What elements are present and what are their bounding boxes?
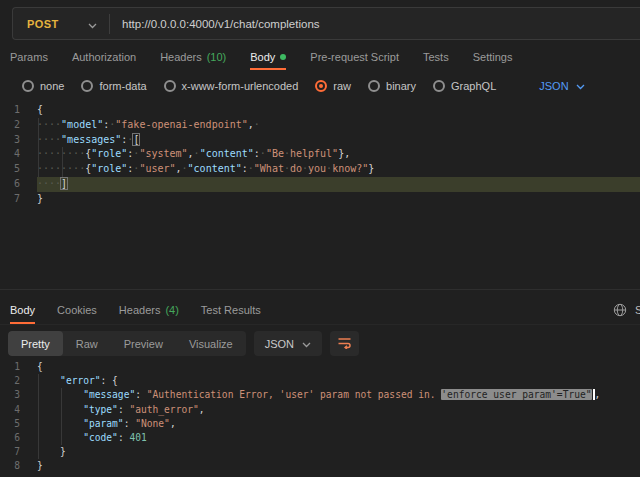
view-raw-button[interactable]: Raw — [63, 331, 111, 356]
radio-selected-icon — [315, 80, 327, 92]
code-line: 3····"messages":·[ — [0, 133, 640, 148]
tab-response-body[interactable]: Body — [10, 296, 35, 324]
response-toolbar: Pretty Raw Preview Visualize JSON — [0, 330, 640, 357]
code-line: 5········{"role":·"user",·"content":·"Wh… — [0, 162, 640, 177]
tab-pre-request-script[interactable]: Pre-request Script — [310, 44, 399, 70]
code-line: 1{ — [0, 103, 640, 118]
tab-headers[interactable]: Headers (10) — [160, 44, 226, 70]
tab-params[interactable]: Params — [10, 44, 48, 70]
radio-icon — [81, 80, 93, 92]
response-body-editor[interactable]: 1{2 "error": {3 "message": "Authenticati… — [0, 357, 640, 477]
pane-divider[interactable] — [0, 289, 640, 290]
line-number: 5 — [0, 162, 30, 177]
http-method-dropdown[interactable]: POST — [13, 8, 109, 39]
radio-icon — [368, 80, 380, 92]
wrap-text-icon — [337, 336, 352, 351]
tab-cookies[interactable]: Cookies — [57, 296, 97, 324]
view-preview-button[interactable]: Preview — [111, 331, 176, 356]
radio-x-www-form-urlencoded[interactable]: x-www-form-urlencoded — [164, 80, 299, 92]
code-line: 1{ — [0, 360, 640, 374]
tab-settings[interactable]: Settings — [473, 44, 513, 70]
response-language-dropdown[interactable]: JSON — [254, 331, 322, 356]
status-text-partial: S — [635, 304, 640, 316]
line-number: 1 — [0, 103, 30, 118]
line-number: 4 — [0, 147, 30, 162]
line-number: 3 — [0, 388, 30, 402]
request-tabs: Params Authorization Headers (10) Body P… — [0, 44, 640, 70]
code-line: 6····] — [0, 177, 640, 192]
tab-response-headers[interactable]: Headers (4) — [119, 296, 179, 324]
tab-test-results[interactable]: Test Results — [201, 296, 261, 324]
tab-tests[interactable]: Tests — [423, 44, 449, 70]
wrap-text-button[interactable] — [330, 331, 359, 356]
chevron-down-icon — [88, 15, 97, 33]
line-number: 7 — [0, 445, 30, 459]
postman-window: POST Params Authorization Headers (10) B… — [0, 0, 640, 477]
body-type-options: none form-data x-www-form-urlencoded raw… — [0, 73, 640, 99]
code-line: 3 "message": "Authentication Error, 'use… — [0, 388, 640, 402]
line-number: 4 — [0, 403, 30, 417]
line-number: 7 — [0, 192, 30, 207]
chevron-down-icon — [302, 338, 311, 350]
radio-none[interactable]: none — [22, 80, 64, 92]
radio-graphql[interactable]: GraphQL — [433, 80, 496, 92]
code-line: 2 "error": { — [0, 374, 640, 388]
url-input[interactable] — [110, 18, 640, 30]
code-line: 2····"model":·"fake-openai-endpoint",· — [0, 118, 640, 133]
code-line: 8} — [0, 459, 640, 473]
radio-icon — [22, 80, 34, 92]
chevron-down-icon — [576, 80, 585, 92]
radio-binary[interactable]: binary — [368, 80, 416, 92]
line-number: 6 — [0, 431, 30, 445]
line-number: 5 — [0, 417, 30, 431]
code-line: 5 "param": "None", — [0, 417, 640, 431]
radio-raw[interactable]: raw — [315, 80, 351, 92]
view-pretty-button[interactable]: Pretty — [8, 331, 63, 356]
response-view-switch: Pretty Raw Preview Visualize — [8, 331, 246, 356]
radio-form-data[interactable]: form-data — [81, 80, 146, 92]
radio-icon — [164, 80, 176, 92]
request-url-bar: POST — [12, 7, 640, 40]
headers-count-badge: (10) — [207, 51, 227, 63]
radio-icon — [433, 80, 445, 92]
code-line: 6 "code": 401 — [0, 431, 640, 445]
code-line: 7 } — [0, 445, 640, 459]
request-language-dropdown[interactable]: JSON — [539, 80, 584, 92]
request-body-editor[interactable]: 1{2····"model":·"fake-openai-endpoint",·… — [0, 100, 640, 288]
code-line: 4········{"role":·"system",·"content":·"… — [0, 147, 640, 162]
line-number: 6 — [0, 177, 30, 192]
code-line: 4 "type": "auth_error", — [0, 403, 640, 417]
line-number: 2 — [0, 118, 30, 133]
response-headers-count-badge: (4) — [165, 304, 178, 316]
code-line: 7} — [0, 192, 640, 207]
line-number: 2 — [0, 374, 30, 388]
tab-body[interactable]: Body — [250, 44, 286, 70]
tab-authorization[interactable]: Authorization — [72, 44, 136, 70]
view-visualize-button[interactable]: Visualize — [176, 331, 246, 356]
http-method-label: POST — [27, 18, 59, 30]
unsaved-changes-dot — [280, 54, 286, 60]
line-number: 8 — [0, 459, 30, 473]
response-tabs: Body Cookies Headers (4) Test Results S — [0, 296, 640, 325]
globe-icon[interactable] — [613, 303, 627, 317]
line-number: 3 — [0, 133, 30, 148]
line-number: 1 — [0, 360, 30, 374]
response-tabs-right: S — [613, 296, 640, 324]
